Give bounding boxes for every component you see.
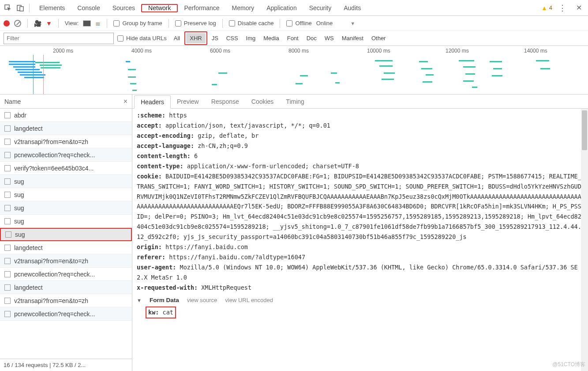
header-row: cookie: BAIDUID=E4142BE5D09385342C93537A… <box>137 171 584 242</box>
row-checkbox-icon <box>4 165 11 171</box>
request-row[interactable]: v2transapi?from=en&to=zh <box>0 254 132 268</box>
warning-count[interactable]: ▲4 <box>541 4 552 11</box>
tab-memory[interactable]: Memory <box>226 2 261 14</box>
screenshot-icon[interactable]: 🎥 <box>34 20 41 27</box>
clear-button[interactable] <box>14 20 21 27</box>
scrollbar[interactable] <box>581 109 588 371</box>
filter-type-manifest[interactable]: Manifest <box>338 33 367 43</box>
filter-type-other[interactable]: Other <box>368 33 390 43</box>
request-row[interactable]: sug <box>0 188 132 201</box>
filter-type-all[interactable]: All <box>170 33 184 43</box>
watermark: @51CTO博客 <box>552 361 585 368</box>
form-data-kv: kw: cat <box>146 307 176 318</box>
header-row: :scheme: https <box>137 110 584 121</box>
preserve-log-checkbox[interactable]: Preserve log <box>175 20 216 26</box>
request-row[interactable]: verify?token=6ee645b03c4... <box>0 162 132 175</box>
svg-rect-2 <box>20 7 23 11</box>
tab-elements[interactable]: Elements <box>33 2 71 14</box>
collapse-icon: ▼ <box>137 296 142 305</box>
request-row[interactable]: sug <box>0 215 132 228</box>
filter-type-css[interactable]: CSS <box>223 33 242 43</box>
request-row[interactable]: langdetect <box>0 281 132 294</box>
row-checkbox-icon <box>4 125 11 132</box>
group-by-frame-checkbox[interactable]: Group by frame <box>113 20 162 26</box>
separator <box>29 4 30 12</box>
detail-tab-preview[interactable]: Preview <box>171 95 205 108</box>
filter-type-img[interactable]: Img <box>243 33 259 43</box>
header-row: accept-language: zh-CN,zh;q=0.9 <box>137 141 584 151</box>
status-footer: 16 / 134 requests | 72.5 KB / 2... <box>0 359 132 371</box>
close-devtools-icon[interactable]: ✕ <box>573 4 585 12</box>
request-row[interactable]: v2transapi?from=en&to=zh <box>0 135 132 148</box>
detail-tab-response[interactable]: Response <box>205 95 245 108</box>
tab-application[interactable]: Application <box>260 2 303 14</box>
row-checkbox-icon <box>4 139 11 145</box>
header-row: content-type: application/x-www-form-url… <box>137 161 584 171</box>
request-row[interactable]: pcnewcollection?req=check... <box>0 148 132 162</box>
hide-data-urls-checkbox[interactable]: Hide data URLs <box>117 35 167 42</box>
throttling-select[interactable]: Online <box>316 20 333 26</box>
more-menu-icon[interactable]: ⋮ <box>554 3 571 13</box>
request-row[interactable]: v2transapi?from=en&to=zh <box>0 294 132 307</box>
request-row[interactable]: sug <box>0 175 132 188</box>
form-data-section-header[interactable]: ▼ Form Data view source view URL encoded <box>137 295 584 306</box>
row-checkbox-icon <box>4 112 11 118</box>
tab-security[interactable]: Security <box>303 2 338 14</box>
device-toggle-icon[interactable] <box>15 3 26 13</box>
filter-type-js[interactable]: JS <box>208 33 222 43</box>
disable-cache-checkbox[interactable]: Disable cache <box>229 20 274 26</box>
filter-type-ws[interactable]: WS <box>321 33 337 43</box>
request-row[interactable]: pcnewcollection?req=check... <box>0 307 132 321</box>
tab-audits[interactable]: Audits <box>337 2 367 14</box>
devtools-tabbar: ElementsConsoleSourcesNetworkPerformance… <box>0 0 588 16</box>
row-checkbox-icon <box>4 192 11 198</box>
row-checkbox-icon <box>4 258 11 264</box>
request-rows: abdrlangdetectv2transapi?from=en&to=zhpc… <box>0 109 132 359</box>
detail-tab-headers[interactable]: Headers <box>134 95 171 109</box>
tab-sources[interactable]: Sources <box>106 2 141 14</box>
row-checkbox-icon <box>4 284 11 291</box>
record-button[interactable] <box>4 20 10 26</box>
detail-tab-cookies[interactable]: Cookies <box>245 95 280 108</box>
header-row: accept-encoding: gzip, deflate, br <box>137 131 584 141</box>
waterfall-icon[interactable]: ≣ <box>95 20 101 27</box>
row-checkbox-icon <box>5 231 11 238</box>
view-url-encoded-link[interactable]: view URL encoded <box>225 295 273 305</box>
row-checkbox-icon <box>4 311 11 317</box>
row-checkbox-icon <box>4 152 11 158</box>
tab-network[interactable]: Network <box>142 2 177 14</box>
timeline-overview[interactable]: 2000 ms4000 ms6000 ms8000 ms10000 ms1200… <box>0 46 588 95</box>
inspect-icon[interactable] <box>3 3 13 13</box>
detail-tab-timing[interactable]: Timing <box>280 95 311 108</box>
request-row[interactable]: sug <box>0 201 132 215</box>
view-source-link[interactable]: view source <box>187 295 217 305</box>
header-row: referer: https://fanyi.baidu.com/?aldtyp… <box>137 252 584 262</box>
row-checkbox-icon <box>4 205 11 211</box>
filter-type-doc[interactable]: Doc <box>303 33 320 43</box>
tab-performance[interactable]: Performance <box>178 2 225 14</box>
request-row[interactable]: langdetect <box>0 122 132 135</box>
filter-type-xhr[interactable]: XHR <box>186 33 205 43</box>
tab-console[interactable]: Console <box>71 2 106 14</box>
request-row[interactable]: langdetect <box>0 241 132 254</box>
name-column-header[interactable]: Name <box>4 98 21 105</box>
row-checkbox-icon <box>4 178 11 185</box>
filter-type-media[interactable]: Media <box>260 33 282 43</box>
chevron-down-icon[interactable]: ▼ <box>350 21 355 26</box>
row-checkbox-icon <box>4 245 11 251</box>
headers-body[interactable]: :scheme: httpsaccept: application/json, … <box>132 109 588 371</box>
row-checkbox-icon <box>4 271 11 277</box>
request-row[interactable]: sug <box>0 228 132 241</box>
filter-type-font[interactable]: Font <box>284 33 302 43</box>
offline-checkbox[interactable]: Offline <box>286 20 311 26</box>
header-row: origin: https://fanyi.baidu.com <box>137 242 584 252</box>
view-label: View: <box>65 20 79 26</box>
filter-input[interactable] <box>4 33 114 44</box>
close-detail-icon[interactable]: × <box>124 98 127 106</box>
large-rows-icon[interactable] <box>83 20 91 26</box>
header-row: x-requested-with: XMLHttpRequest <box>137 283 584 293</box>
request-row[interactable]: pcnewcollection?req=check... <box>0 268 132 281</box>
filter-toggle-icon[interactable]: ▼ <box>46 20 52 27</box>
header-row: accept: application/json, text/javascrip… <box>137 121 584 131</box>
request-row[interactable]: abdr <box>0 109 132 122</box>
